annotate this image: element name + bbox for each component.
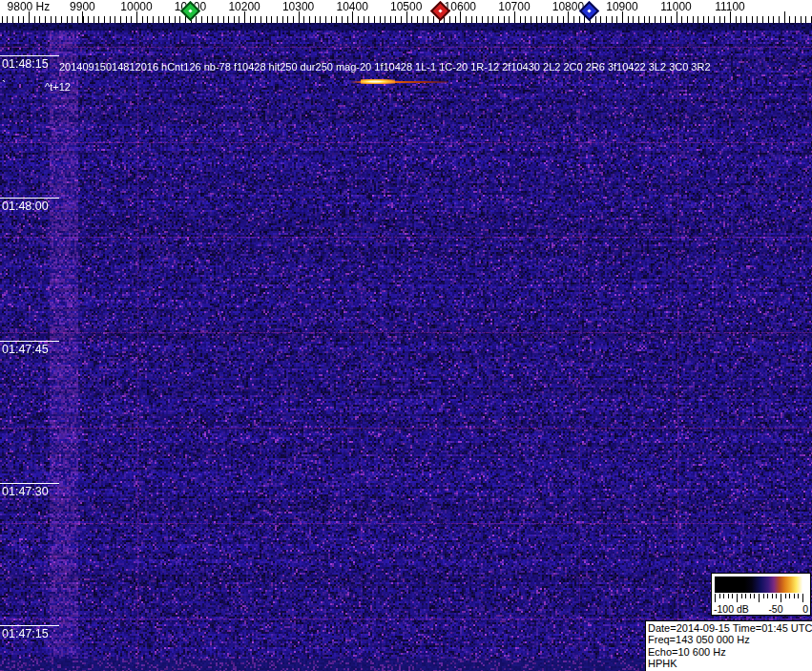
ruler-minor-tick — [320, 16, 321, 23]
ruler-minor-tick — [649, 16, 650, 23]
ruler-minor-tick — [336, 16, 337, 23]
ruler-minor-tick — [175, 16, 176, 23]
legend-tick-ruler — [715, 594, 807, 602]
time-label: 01:48:00 — [2, 199, 49, 213]
ruler-minor-tick — [45, 16, 46, 23]
ruler-minor-tick — [719, 16, 720, 23]
ruler-minor-tick — [212, 16, 213, 23]
ruler-minor-tick — [455, 16, 456, 23]
ruler-minor-tick — [681, 16, 682, 23]
time-tick-line — [0, 198, 59, 199]
time-offset-note: ^t+12 — [45, 81, 71, 93]
ruler-minor-tick — [120, 16, 121, 23]
marker-center-dot — [438, 9, 442, 12]
ruler-minor-tick — [401, 16, 402, 23]
ruler-minor-tick — [423, 16, 424, 23]
ruler-minor-tick — [260, 16, 261, 23]
waterfall-display[interactable] — [0, 23, 812, 671]
ruler-minor-tick — [482, 16, 483, 23]
ruler-minor-tick — [374, 16, 375, 23]
ruler-minor-tick — [433, 16, 434, 23]
ruler-minor-tick — [633, 16, 634, 23]
freq-scale-label: 10400 — [337, 0, 368, 13]
color-scale-legend: -100 dB -50 0 — [711, 573, 811, 616]
freq-scale-label: 10000 — [120, 0, 152, 13]
time-label: 01:47:30 — [2, 485, 49, 498]
ruler-minor-tick — [271, 16, 272, 23]
ruler-minor-tick — [207, 16, 208, 23]
time-label: 01:47:15 — [2, 627, 49, 640]
freq-scale-label: 11100 — [715, 0, 745, 13]
ruler-minor-tick — [714, 16, 715, 23]
ruler-minor-tick — [218, 16, 219, 23]
marker-center-dot — [587, 9, 591, 12]
ruler-minor-tick — [51, 16, 52, 23]
ruler-minor-tick — [196, 16, 197, 23]
spectrogram-app-window: 9800 Hz990010000101001020010300104001050… — [0, 0, 812, 671]
ruler-minor-tick — [380, 16, 381, 23]
ruler-minor-tick — [55, 16, 56, 23]
ruler-minor-tick — [703, 16, 704, 23]
ruler-minor-tick — [644, 16, 645, 23]
ruler-minor-tick — [7, 16, 8, 23]
ruler-minor-tick — [736, 16, 737, 23]
ruler-minor-tick — [94, 16, 94, 23]
time-tick-line — [0, 341, 59, 342]
ruler-minor-tick — [768, 16, 769, 23]
ruler-minor-tick — [752, 16, 753, 23]
ruler-minor-tick — [665, 16, 666, 23]
ruler-minor-tick — [557, 16, 558, 23]
ruler-minor-tick — [282, 16, 283, 23]
ruler-minor-tick — [88, 16, 89, 23]
ruler-minor-tick — [2, 16, 3, 23]
ruler-minor-tick — [18, 16, 19, 23]
ruler-minor-tick — [347, 16, 348, 23]
legend-label-min: -100 dB — [714, 603, 749, 615]
ruler-minor-tick — [795, 16, 796, 23]
ruler-minor-tick — [234, 16, 235, 23]
detection-annotation: 20140915014812016 hCnt126 nb-78 f10428 h… — [59, 61, 711, 73]
ruler-minor-tick — [563, 16, 564, 23]
ruler-minor-tick — [757, 16, 758, 23]
ruler-minor-tick — [61, 16, 62, 23]
ruler-minor-tick — [287, 16, 288, 23]
info-date-time: Date=2014-09-15 Time=01:45 UTC — [648, 622, 812, 634]
ruler-minor-tick — [552, 16, 552, 23]
ruler-minor-tick — [266, 16, 267, 23]
ruler-minor-tick — [228, 16, 229, 23]
ruler-minor-tick — [110, 16, 111, 23]
time-label: 01:48:15 — [2, 57, 49, 71]
ruler-minor-tick — [411, 16, 412, 23]
freq-scale-label: 9900 — [70, 0, 95, 13]
ruler-minor-tick — [805, 16, 806, 23]
ruler-minor-tick — [342, 16, 343, 23]
time-label: 01:47:45 — [2, 343, 49, 356]
ruler-minor-tick — [638, 16, 639, 23]
ruler-minor-tick — [303, 16, 304, 23]
ruler-minor-tick — [358, 16, 359, 23]
ruler-minor-tick — [255, 16, 256, 23]
ruler-minor-tick — [687, 16, 688, 23]
ruler-minor-tick — [789, 16, 790, 23]
ruler-minor-tick — [449, 16, 450, 23]
freq-scale-label: 10200 — [228, 0, 260, 13]
frequency-ruler[interactable]: 9800 Hz990010000101001020010300104001050… — [0, 0, 812, 23]
time-tick-line — [0, 483, 59, 484]
ruler-minor-tick — [142, 16, 143, 23]
ruler-minor-tick — [417, 16, 418, 23]
status-info-box: Date=2014-09-15 Time=01:45 UTC Freq=143 … — [645, 620, 812, 671]
ruler-minor-tick — [239, 16, 239, 23]
ruler-minor-tick — [492, 16, 493, 23]
ruler-minor-tick — [315, 16, 316, 23]
time-tick-line — [0, 625, 59, 626]
ruler-minor-tick — [466, 16, 467, 23]
ruler-minor-tick — [476, 16, 477, 23]
ruler-minor-tick — [427, 16, 428, 23]
freq-scale-label: 10900 — [606, 0, 637, 13]
ruler-minor-tick — [697, 16, 698, 23]
ruler-minor-tick — [67, 16, 68, 23]
ruler-minor-tick — [153, 16, 154, 23]
ruler-minor-tick — [660, 16, 661, 23]
ruler-minor-tick — [368, 16, 369, 23]
ruler-minor-tick — [179, 16, 180, 23]
